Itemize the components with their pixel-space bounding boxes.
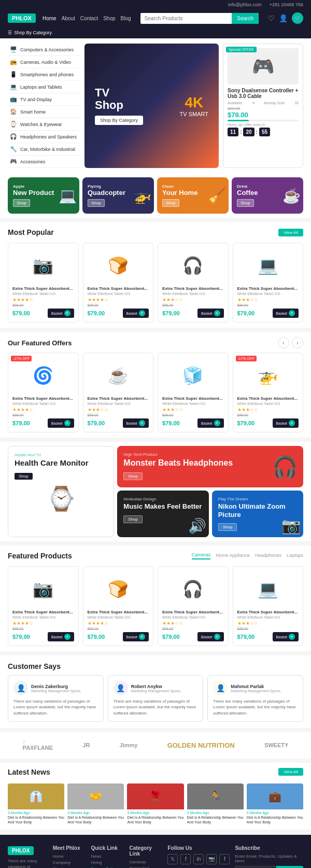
most-popular-view-all[interactable]: View All	[278, 229, 303, 236]
product-img-4: 💻	[237, 247, 299, 284]
featured-products-title: Featured Products	[8, 552, 72, 560]
footer-link-cameras[interactable]: Cameras	[130, 860, 163, 864]
linkedin-icon[interactable]: in	[193, 854, 204, 864]
fp-basket-2[interactable]: Basket+	[123, 632, 149, 641]
offer-price-row-2: $79,00 Basket+	[88, 418, 149, 428]
fp-basket-1[interactable]: Basket+	[48, 632, 74, 641]
tab-home-appliance[interactable]: Home Appliance	[216, 553, 250, 559]
next-arrow[interactable]: ›	[292, 337, 303, 348]
offer-stars-4: ★★★☆☆	[237, 407, 299, 412]
basket-btn-2[interactable]: Basket+	[123, 309, 149, 318]
offer-name-3: Extra Thick Super Absorbent...	[162, 396, 224, 401]
nav-blog[interactable]: Blog	[121, 16, 131, 21]
facebook-icon[interactable]: f	[180, 854, 191, 864]
sidebar-item-smarthome[interactable]: 🏠 Smart home	[8, 106, 80, 118]
deal-old-price: $99.00	[228, 106, 299, 111]
offer-basket-btn-4[interactable]: Basket+	[273, 418, 299, 428]
promo-quadcopter: Flyinig Quadcopter Shop 🚁	[82, 177, 154, 214]
footer-top: PHLOX There are many variations of passa…	[8, 845, 303, 868]
offer-stars-2: ★★★☆☆	[88, 407, 149, 412]
footer: PHLOX There are many variations of passa…	[0, 835, 311, 868]
footer-subscribe-title: Subscribe	[235, 845, 303, 851]
news-section: Latest News View All 👔 3 Months Ago Diet…	[0, 763, 311, 830]
brand-golden: GOLDEN NUTRITION	[167, 741, 235, 749]
offer-basket-btn-2[interactable]: Basket+	[123, 418, 149, 428]
search-bar: Search	[140, 13, 259, 24]
tab-laptops[interactable]: Laptops	[287, 553, 303, 559]
news-card-5[interactable]: 💼 3 Months Ago Diet Is A Relationship Be…	[247, 783, 303, 824]
sidebar-item-audio[interactable]: 📻 Cameras, Audio & Video	[8, 56, 80, 68]
fp-basket-4[interactable]: Basket+	[273, 632, 299, 641]
offer-basket-btn-1[interactable]: Basket+	[48, 418, 74, 428]
sidebar-item-industrial[interactable]: 🔧 Car, Motorbike & Industrial	[8, 143, 80, 156]
sidebar-item-headphones[interactable]: 🎧 Headphones and Speakers	[8, 131, 80, 143]
ad-monster-btn[interactable]: Shop	[123, 472, 143, 480]
sidebar-item-tv[interactable]: 📺 TV and Display	[8, 93, 80, 106]
logo[interactable]: PHLOX	[8, 13, 36, 23]
promo-apple-btn[interactable]: Shop	[13, 199, 30, 207]
search-input[interactable]	[140, 13, 232, 24]
sidebar-item-laptops[interactable]: 💻 Laptops and Tablets	[8, 81, 80, 93]
wishlist-icon[interactable]: ♡	[268, 14, 275, 22]
news-card-2[interactable]: 🤝 3 Months Ago Diet Is A Relationship Be…	[67, 783, 124, 824]
news-card-4[interactable]: 🏃 3 Months Ago Diet Is A Relationship Be…	[187, 783, 244, 824]
promo-coffee-btn[interactable]: Shop	[237, 199, 254, 207]
ad-nikon-btn[interactable]: Shop	[218, 523, 237, 531]
nav-shop[interactable]: Shop	[103, 16, 115, 21]
offer-basket-btn-3[interactable]: Basket+	[197, 418, 223, 428]
ads-grid: High Tech Product Monster Beats Headphon…	[117, 446, 303, 537]
nav-about[interactable]: About	[62, 16, 75, 21]
footer-link-home[interactable]: Home	[53, 854, 86, 859]
news-card-1[interactable]: 👔 3 Months Ago Diet Is A Relationship Be…	[8, 783, 64, 824]
promo-quad-btn[interactable]: Shop	[88, 199, 105, 207]
sidebar-label-tv: TV and Display	[20, 97, 52, 102]
sidebar-item-phones[interactable]: 📱 Smartphones and phones	[8, 68, 80, 81]
product-card-1: 📷 Extra Thick Super Absorbent... White E…	[8, 243, 79, 323]
sale-badge-4: -17% OFF	[236, 356, 257, 361]
subscribe-input[interactable]	[235, 866, 276, 868]
ad-music-btn[interactable]: Shop	[123, 515, 143, 523]
basket-btn-4[interactable]: Basket+	[273, 309, 299, 318]
footer-link-company[interactable]: Company	[53, 860, 86, 865]
shop-by-category[interactable]: ☰ Shop By Category	[8, 30, 52, 35]
hero-shop-button[interactable]: Shop By Category	[95, 116, 143, 125]
basket-btn-1[interactable]: Basket+	[48, 309, 74, 318]
ad-health-btn[interactable]: Shop	[15, 473, 33, 480]
news-date-5: 3 Months Ago	[247, 811, 303, 815]
tab-cameras[interactable]: Cameras	[192, 552, 211, 559]
footer-link-computers[interactable]: Computers	[130, 866, 163, 868]
sold-value: 28	[294, 101, 299, 105]
tab-headphones[interactable]: Headphones	[255, 553, 281, 559]
news-card-3[interactable]: 🌹 3 Months Ago Diet Is A Relationship Be…	[127, 783, 183, 824]
news-view-all[interactable]: View All	[278, 768, 303, 776]
basket-btn-3[interactable]: Basket+	[197, 309, 223, 318]
user-icon[interactable]: 👤	[279, 14, 288, 22]
nav-home[interactable]: Home	[43, 16, 56, 21]
category-bar: ☰ Shop By Category	[0, 27, 311, 38]
hero-banner: TVShop Shop By Category 4K TV SMART	[84, 44, 219, 168]
facebook2-icon[interactable]: f	[219, 854, 230, 864]
twitter-icon[interactable]: 𝕏	[167, 854, 178, 864]
nav-contact[interactable]: Contact	[80, 16, 98, 21]
customer-info-1: Denis Zakerburg Marketing Management Spo…	[31, 684, 81, 693]
fp-basket-3[interactable]: Basket+	[197, 632, 223, 641]
sidebar-item-computers[interactable]: 🖥️ Computers & Accessories	[8, 44, 80, 56]
prev-arrow[interactable]: ‹	[278, 337, 289, 348]
deal-title: Sony Dualsense Controller + Usb 3.0 Cabl…	[228, 88, 299, 99]
sidebar-label-laptops: Laptops and Tablets	[20, 85, 62, 90]
timer-hours: 11	[228, 128, 238, 136]
footer-logo[interactable]: PHLOX	[8, 846, 34, 855]
customer-title: Customer Says	[8, 662, 61, 670]
brands-section: ᚠ PAXFLANE JR Jimmy GOLDEN NUTRITION SWE…	[0, 732, 311, 759]
sidebar-item-accessories[interactable]: 🎮 Accessories	[8, 156, 80, 168]
sidebar-item-watches[interactable]: ⌚ Watches & Eyewear	[8, 118, 80, 131]
timer-label: Hurry Up! Offer ends in	[228, 123, 299, 127]
search-button[interactable]: Search	[232, 13, 259, 24]
footer-link-news[interactable]: News	[91, 854, 124, 859]
watches-icon: ⌚	[10, 121, 17, 128]
subscribe-button[interactable]: Subscribe	[276, 866, 303, 868]
instagram-icon[interactable]: 📷	[206, 854, 217, 864]
cart-icon[interactable]: 🛒	[292, 12, 303, 24]
footer-link-hiring[interactable]: Hiring	[91, 860, 124, 865]
promo-home-btn[interactable]: Shop	[162, 199, 179, 207]
